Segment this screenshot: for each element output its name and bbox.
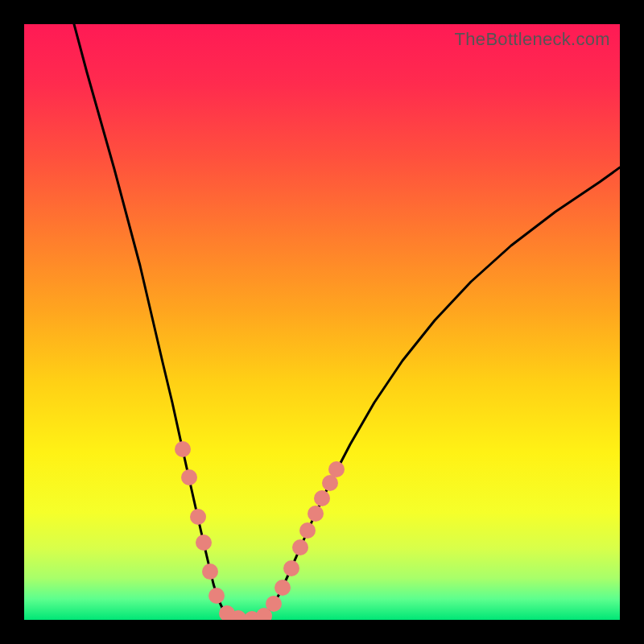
outer-frame: TheBottleneck.com	[0, 0, 644, 644]
curve-left-branch	[74, 24, 235, 618]
data-marker	[175, 441, 191, 457]
data-marker	[308, 506, 324, 522]
marker-group-right	[244, 461, 345, 620]
data-marker	[328, 461, 345, 477]
watermark-text: TheBottleneck.com	[455, 29, 610, 50]
data-marker	[190, 509, 206, 525]
plot-area: TheBottleneck.com	[24, 24, 620, 620]
data-marker	[292, 539, 308, 555]
data-marker	[202, 564, 218, 580]
data-marker	[314, 490, 330, 506]
data-marker	[196, 535, 212, 551]
data-marker	[181, 469, 197, 485]
marker-group-left	[175, 441, 246, 620]
curve-right-branch	[259, 167, 620, 618]
data-marker	[283, 560, 299, 576]
data-marker	[208, 588, 225, 604]
data-marker	[299, 522, 316, 539]
chart-svg	[24, 24, 620, 620]
data-marker	[275, 580, 291, 596]
data-marker	[266, 596, 282, 612]
data-marker	[322, 475, 338, 491]
